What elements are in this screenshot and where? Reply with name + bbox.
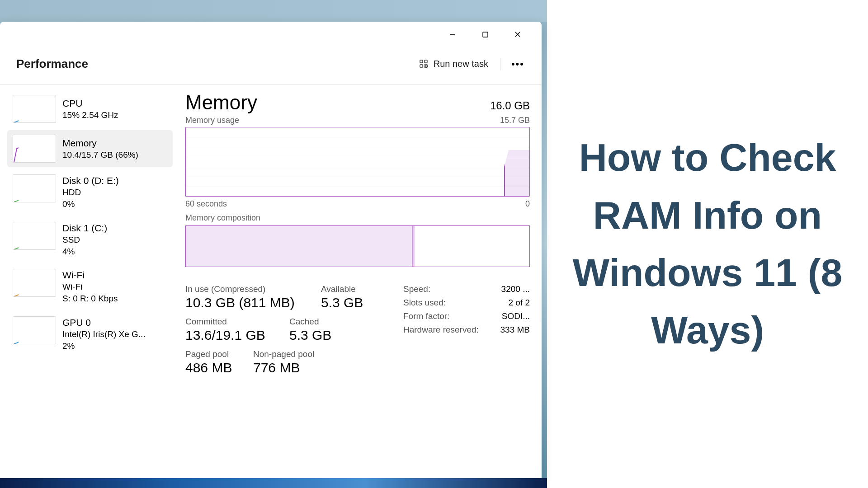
sidebar-thumb (13, 222, 56, 250)
sidebar-item-title: Wi-Fi (62, 269, 118, 281)
sidebar-text: Disk 0 (D: E:)HDD0% (62, 174, 119, 210)
svg-rect-5 (425, 60, 427, 63)
detail-value: SODI... (502, 311, 530, 321)
detail-key: Hardware reserved: (403, 325, 479, 335)
sidebar-thumb (13, 174, 56, 202)
close-button[interactable] (507, 27, 528, 42)
svg-rect-4 (420, 60, 423, 63)
detail-value: 2 of 2 (508, 298, 530, 308)
sidebar-thumb (13, 135, 56, 163)
minimize-button[interactable] (442, 27, 463, 42)
sidebar-text: CPU15% 2.54 GHz (62, 95, 118, 123)
axis-right: 0 (525, 199, 530, 209)
detail-row: Form factor:SODI... (403, 311, 530, 321)
sidebar-item-title: Memory (62, 137, 138, 149)
sidebar-item-sub1: Wi-Fi (62, 281, 118, 293)
sidebar-item-title: Disk 0 (D: E:) (62, 174, 119, 187)
page-title: Performance (16, 57, 88, 71)
memory-total: 16.0 GB (490, 99, 530, 112)
sidebar-item-memory[interactable]: Memory10.4/15.7 GB (66%) (7, 130, 173, 167)
sidebar-item-sub: 10.4/15.7 GB (66%) (62, 149, 138, 161)
stat-committed: Committed 13.6/19.1 GB (185, 317, 289, 343)
composition-label: Memory composition (185, 213, 530, 223)
stat-in-use: In use (Compressed) 10.3 GB (811 MB) (185, 284, 321, 310)
sidebar-thumb (13, 269, 56, 297)
sidebar-item-title: GPU 0 (62, 316, 146, 328)
more-options-button[interactable]: ••• (508, 56, 528, 72)
maximize-button[interactable] (475, 27, 495, 42)
detail-row: Speed:3200 ... (403, 284, 530, 294)
sidebar-item-wi-fi[interactable]: Wi-FiWi-FiS: 0 R: 0 Kbps (7, 264, 173, 309)
detail-key: Speed: (403, 284, 430, 294)
window-titlebar (0, 22, 542, 47)
memory-details-list: Speed:3200 ...Slots used:2 of 2Form fact… (403, 284, 530, 375)
sidebar-thumb (13, 95, 56, 123)
article-headline: How to Check RAM Info on Windows 11 (8 W… (564, 129, 851, 359)
detail-key: Form factor: (403, 311, 449, 321)
memory-stats: In use (Compressed) 10.3 GB (811 MB) Ava… (185, 284, 530, 375)
detail-value: 333 MB (500, 325, 530, 335)
page-header: Performance Run new task ••• (0, 47, 542, 85)
sidebar-item-cpu[interactable]: CPU15% 2.54 GHz (7, 90, 173, 127)
sidebar-thumb (13, 316, 56, 344)
windows-taskbar[interactable] (0, 478, 547, 488)
run-task-label: Run new task (434, 59, 488, 69)
memory-usage-chart[interactable] (185, 127, 530, 197)
usage-chart-max: 15.7 GB (500, 116, 530, 125)
performance-sidebar: CPU15% 2.54 GHzMemory10.4/15.7 GB (66%)D… (0, 85, 176, 478)
task-manager-window: Performance Run new task ••• CPU15% 2.54… (0, 22, 542, 478)
stat-nonpaged: Non-paged pool 776 MB (253, 349, 344, 375)
usage-chart-fill (504, 149, 529, 196)
sidebar-item-sub2: 2% (62, 340, 146, 352)
sidebar-item-title: CPU (62, 97, 118, 109)
stat-paged: Paged pool 486 MB (185, 349, 253, 375)
sidebar-item-sub2: S: 0 R: 0 Kbps (62, 293, 118, 305)
divider (500, 58, 500, 70)
stat-available: Available 5.3 GB (321, 284, 393, 310)
detail-row: Hardware reserved:333 MB (403, 325, 530, 335)
usage-chart-label: Memory usage (185, 116, 239, 125)
sidebar-item-sub1: Intel(R) Iris(R) Xe G... (62, 328, 146, 340)
svg-rect-1 (483, 32, 488, 37)
composition-marker (413, 226, 415, 267)
sidebar-item-sub2: 4% (62, 246, 107, 258)
sidebar-item-disk-0-d-e-[interactable]: Disk 0 (D: E:)HDD0% (7, 170, 173, 215)
memory-detail-panel: Memory 16.0 GB Memory usage 15.7 GB 60 s… (176, 85, 542, 478)
sidebar-text: Wi-FiWi-FiS: 0 R: 0 Kbps (62, 269, 118, 305)
sidebar-item-sub: 15% 2.54 GHz (62, 109, 118, 121)
sidebar-text: Disk 1 (C:)SSD4% (62, 222, 107, 258)
sidebar-text: Memory10.4/15.7 GB (66%) (62, 135, 138, 163)
memory-composition-chart[interactable] (185, 225, 530, 267)
detail-key: Slots used: (403, 298, 446, 308)
desktop-background-top (0, 0, 547, 22)
run-new-task-button[interactable]: Run new task (415, 56, 493, 72)
detail-title: Memory (185, 91, 257, 114)
article-title-panel: How to Check RAM Info on Windows 11 (8 W… (547, 0, 868, 488)
sidebar-item-disk-1-c-[interactable]: Disk 1 (C:)SSD4% (7, 217, 173, 262)
stat-cached: Cached 5.3 GB (289, 317, 380, 343)
sidebar-text: GPU 0Intel(R) Iris(R) Xe G...2% (62, 316, 146, 352)
sidebar-item-title: Disk 1 (C:) (62, 222, 107, 234)
sidebar-item-gpu-0[interactable]: GPU 0Intel(R) Iris(R) Xe G...2% (7, 312, 173, 357)
detail-value: 3200 ... (501, 284, 530, 294)
composition-used (186, 226, 413, 267)
run-task-icon (419, 59, 429, 69)
axis-left: 60 seconds (185, 199, 227, 209)
svg-rect-6 (420, 65, 423, 67)
detail-row: Slots used:2 of 2 (403, 298, 530, 308)
sidebar-item-sub1: HDD (62, 187, 119, 198)
sidebar-item-sub2: 0% (62, 198, 119, 210)
sidebar-item-sub1: SSD (62, 234, 107, 246)
